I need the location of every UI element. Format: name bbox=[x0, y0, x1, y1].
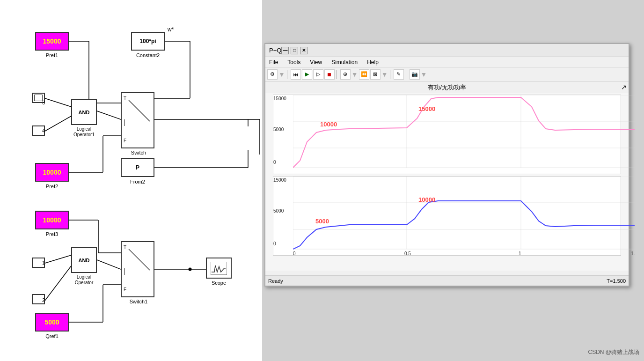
play-button[interactable]: ▶ bbox=[302, 69, 312, 80]
qref1-block[interactable]: 5000 bbox=[35, 313, 69, 332]
scope-window: P+Q — □ ✕ File Tools View Simulation Hel… bbox=[264, 43, 629, 287]
svg-line-31 bbox=[129, 249, 150, 270]
time-display: T=1.500 bbox=[607, 278, 626, 284]
stop-button[interactable]: ⏹ bbox=[324, 69, 335, 80]
svg-line-24 bbox=[97, 260, 121, 269]
switch1-svg bbox=[122, 93, 155, 149]
pref3-label: Pref3 bbox=[35, 231, 69, 237]
scope-block[interactable] bbox=[206, 258, 232, 279]
menu-help[interactable]: Help bbox=[365, 58, 381, 66]
svg-line-8 bbox=[97, 111, 121, 119]
chart2-y-top: 15000 bbox=[273, 177, 286, 183]
and1-label: AND bbox=[79, 110, 90, 115]
chart2-annotation-5000: 5000 bbox=[315, 218, 329, 225]
settings-button[interactable]: ⚙ bbox=[267, 69, 278, 80]
scope-titlebar: P+Q — □ ✕ bbox=[265, 44, 629, 57]
chart2-svg: 0 0.5 1 1.5 bbox=[293, 177, 635, 256]
svg-line-7 bbox=[45, 116, 71, 131]
svg-line-23 bbox=[45, 266, 71, 301]
pref2-block[interactable]: 10000 bbox=[35, 163, 69, 182]
watermark: CSDN @骑猪上战场 bbox=[588, 348, 639, 356]
qref1-label: Qref1 bbox=[35, 333, 69, 339]
sep3 bbox=[390, 70, 392, 79]
pref3-block[interactable]: 10000 bbox=[35, 211, 69, 229]
chart1-svg bbox=[293, 95, 635, 175]
logical-operator2-block[interactable]: AND bbox=[71, 247, 97, 273]
port4-label: 4 bbox=[42, 128, 45, 133]
w-star-label: w* bbox=[168, 26, 174, 33]
svg-rect-32 bbox=[211, 262, 227, 275]
chart2-container: 15000 5000 0 0 0.5 1 1.5 bbox=[273, 176, 621, 256]
switch2-block[interactable]: T | F bbox=[121, 241, 154, 297]
close-button[interactable]: ✕ bbox=[300, 47, 307, 54]
pref2-label: Pref2 bbox=[35, 184, 69, 189]
constant2-label: Constant2 bbox=[131, 52, 165, 58]
svg-text:0.5: 0.5 bbox=[404, 251, 411, 256]
toolbar-sep4: ▼ bbox=[421, 71, 427, 78]
menu-simulation[interactable]: Simulation bbox=[329, 58, 359, 66]
simulink-diagram: 15000 Pref1 100*pi Constant2 w* 3 4 AND … bbox=[0, 0, 262, 361]
chart2-annotation-10000: 10000 bbox=[418, 196, 435, 203]
logical-operator1-block[interactable]: AND bbox=[71, 99, 97, 125]
switch1-block[interactable]: T | F bbox=[121, 92, 154, 148]
rewind-button[interactable]: ⏮ bbox=[291, 69, 301, 80]
chart1-y-bot: 0 bbox=[273, 160, 276, 165]
scope-label: Scope bbox=[206, 280, 232, 286]
prev-button[interactable]: ⏪ bbox=[359, 69, 369, 80]
scope-toolbar: ⚙ ▼ ⏮ ▶ ▷ ⏹ ⊕ ▼ ⏪ ⊠ ▼ ✎ 📷 ▼ bbox=[265, 67, 629, 81]
scope-statusbar: Ready T=1.500 bbox=[265, 275, 629, 286]
menu-tools[interactable]: Tools bbox=[285, 58, 302, 66]
chart1-annotation-10000: 10000 bbox=[320, 121, 337, 128]
and2-label: AND bbox=[79, 258, 90, 263]
port2-label: 2 bbox=[42, 297, 45, 303]
sep2 bbox=[337, 70, 338, 79]
pref1-block[interactable]: 15000 bbox=[35, 32, 69, 51]
svg-line-6 bbox=[45, 98, 71, 107]
port1-label: 1 bbox=[42, 260, 45, 265]
switch2-svg bbox=[122, 242, 155, 298]
chart1-y-mid: 5000 bbox=[273, 127, 284, 132]
from2-label: From2 bbox=[121, 179, 154, 184]
step-button[interactable]: ▷ bbox=[313, 69, 323, 80]
switch2-label: Switch1 bbox=[124, 299, 153, 304]
chart2-y-bot: 0 bbox=[273, 241, 276, 246]
svg-line-22 bbox=[45, 255, 71, 263]
pref3-value: 10000 bbox=[43, 216, 61, 224]
fit-button[interactable]: ⊠ bbox=[370, 69, 381, 80]
chart-area: 15000 5000 0 10000 15000 bbox=[265, 93, 629, 271]
constant2-value: 100*pi bbox=[139, 38, 156, 44]
constant2-block[interactable]: 100*pi bbox=[131, 32, 165, 51]
from2-value: P bbox=[136, 164, 139, 171]
window-controls[interactable]: — □ ✕ bbox=[281, 47, 307, 54]
sep1 bbox=[287, 70, 289, 79]
minimize-button[interactable]: — bbox=[281, 47, 289, 54]
svg-point-17 bbox=[189, 268, 192, 271]
pref2-value: 10000 bbox=[43, 169, 61, 176]
maximize-button[interactable]: □ bbox=[291, 47, 298, 54]
scope-menubar: File Tools View Simulation Help ↗ bbox=[265, 57, 629, 67]
pref1-label: Pref1 bbox=[35, 52, 69, 58]
zoom-button[interactable]: ⊕ bbox=[340, 69, 351, 80]
scope-icon bbox=[211, 262, 227, 275]
svg-text:1.5: 1.5 bbox=[631, 251, 635, 256]
menu-file[interactable]: File bbox=[267, 58, 280, 66]
logical-operator2-label: LogicalOperator bbox=[69, 274, 99, 286]
pref1-value: 15000 bbox=[43, 37, 61, 45]
qref1-value: 5000 bbox=[44, 318, 59, 326]
camera-button[interactable]: 📷 bbox=[410, 69, 420, 80]
edit-button[interactable]: ✎ bbox=[394, 69, 404, 80]
from2-block[interactable]: P bbox=[121, 158, 154, 177]
sep4 bbox=[406, 70, 408, 79]
port3-label: 3 bbox=[42, 100, 45, 105]
logical-operator1-label: LogicalOperator1 bbox=[69, 126, 99, 138]
menu-view[interactable]: View bbox=[308, 58, 324, 66]
toolbar-sep2: ▼ bbox=[351, 71, 358, 78]
switch1-label: Switch bbox=[124, 150, 153, 155]
scope-window-title: P+Q bbox=[269, 47, 281, 54]
toolbar-sep3: ▼ bbox=[381, 71, 388, 78]
chart1-container: 15000 5000 0 10000 15000 bbox=[273, 95, 621, 174]
svg-line-30 bbox=[129, 100, 150, 121]
chart1-annotation-15000: 15000 bbox=[418, 105, 435, 112]
detach-icon[interactable]: ↗ bbox=[621, 83, 627, 91]
status-text: Ready bbox=[268, 278, 283, 284]
